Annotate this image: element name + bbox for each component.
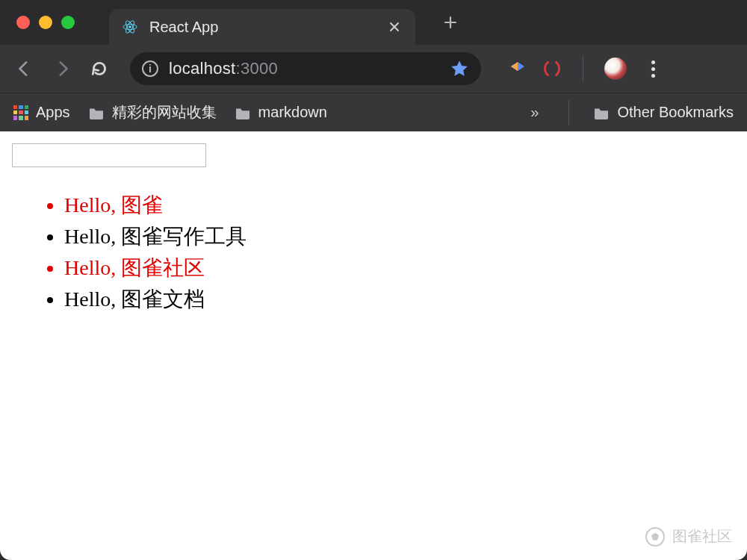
window-titlebar: React App xyxy=(0,0,747,45)
extensions xyxy=(508,56,664,81)
folder-icon xyxy=(235,106,251,119)
tab-title: React App xyxy=(149,19,375,36)
window-close-button[interactable] xyxy=(16,16,30,29)
bookmarks-bar: Apps 精彩的网站收集 markdown » Other Bookmarks xyxy=(0,93,747,131)
window-minimize-button[interactable] xyxy=(39,16,52,29)
menu-button[interactable] xyxy=(642,57,664,80)
bookmark-folder[interactable]: markdown xyxy=(235,104,327,121)
other-bookmarks-label: Other Bookmarks xyxy=(617,104,734,121)
reload-button[interactable] xyxy=(87,56,112,81)
list-item: Hello, 图雀写作工具 xyxy=(64,221,735,252)
list-item: Hello, 图雀社区 xyxy=(64,252,735,284)
traffic-lights xyxy=(16,16,75,29)
react-icon xyxy=(123,19,137,34)
url-host: localhost xyxy=(169,59,236,78)
new-tab-button[interactable] xyxy=(439,11,462,34)
list-item: Hello, 图雀文档 xyxy=(64,284,735,315)
bookmark-folder-label: markdown xyxy=(258,104,327,121)
toolbar-divider xyxy=(583,56,583,81)
other-bookmarks[interactable]: Other Bookmarks xyxy=(593,104,734,121)
bookmark-folder[interactable]: 精彩的网站收集 xyxy=(88,102,217,122)
items-list: Hello, 图雀 Hello, 图雀写作工具 Hello, 图雀社区 Hell… xyxy=(12,190,735,315)
profile-avatar[interactable] xyxy=(604,57,627,80)
url-text: localhost:3000 xyxy=(169,59,278,78)
forward-button[interactable] xyxy=(49,56,75,81)
watermark-label: 图雀社区 xyxy=(672,526,732,547)
list-item: Hello, 图雀 xyxy=(64,190,735,221)
bookmarks-divider xyxy=(568,100,569,125)
folder-icon xyxy=(593,106,610,119)
browser-tab[interactable]: React App xyxy=(109,9,415,45)
bookmarks-overflow-button[interactable]: » xyxy=(526,104,545,121)
apps-icon xyxy=(13,105,28,120)
site-info-icon[interactable]: i xyxy=(142,60,158,77)
wechat-icon xyxy=(645,527,665,547)
page-content: Hello, 图雀 Hello, 图雀写作工具 Hello, 图雀社区 Hell… xyxy=(0,131,747,560)
apps-label: Apps xyxy=(36,104,70,121)
address-bar[interactable]: i localhost:3000 xyxy=(130,52,481,85)
url-port: :3000 xyxy=(236,59,279,78)
extension-icon[interactable] xyxy=(542,59,562,78)
svg-point-0 xyxy=(128,25,131,28)
extension-icon[interactable] xyxy=(508,59,527,78)
close-icon[interactable] xyxy=(387,19,402,34)
apps-shortcut[interactable]: Apps xyxy=(13,104,70,121)
back-button[interactable] xyxy=(12,56,37,81)
watermark: 图雀社区 xyxy=(645,526,732,547)
browser-toolbar: i localhost:3000 xyxy=(0,45,747,93)
bookmark-folder-label: 精彩的网站收集 xyxy=(112,102,217,122)
folder-icon xyxy=(88,106,105,119)
window-maximize-button[interactable] xyxy=(61,16,75,29)
text-input[interactable] xyxy=(12,143,206,167)
bookmark-star-icon[interactable] xyxy=(450,59,469,78)
